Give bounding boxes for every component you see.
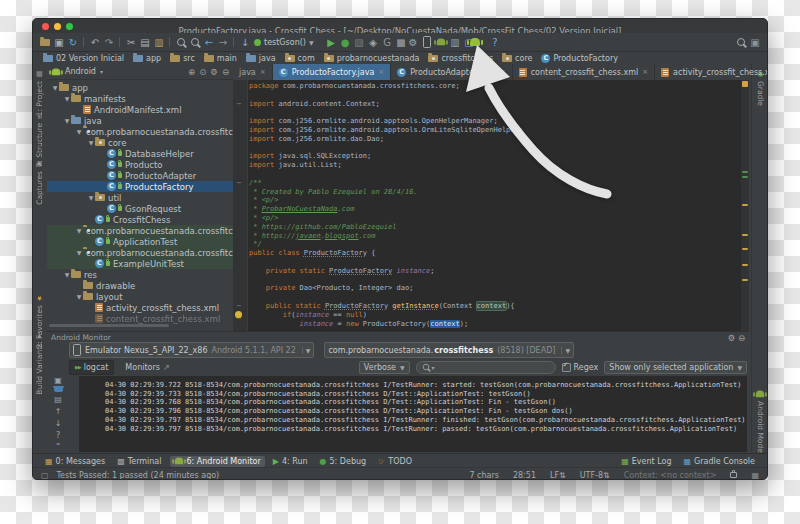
device-selector[interactable]: Emulator Nexus_5_API_22_x86 Android 5.1.…	[69, 342, 314, 358]
tree-item-core[interactable]: ▼core	[47, 137, 233, 148]
tree-item-producto[interactable]: CProducto	[47, 159, 233, 170]
intention-bulb-icon[interactable]	[235, 311, 242, 318]
hide-icon[interactable]: ⊖	[222, 67, 229, 77]
tab-content-crossfit-chess-xml[interactable]: content_crossfit_chess.xml×	[513, 64, 655, 80]
error-stripe-mark[interactable]	[742, 234, 748, 236]
chevron-expanded-icon[interactable]: ▼	[87, 194, 95, 201]
avatar-icon[interactable]: ▣	[749, 35, 761, 49]
editor-error-stripe[interactable]	[741, 80, 749, 331]
chevron-down-icon[interactable]: ▾	[100, 68, 103, 75]
breadcrumb-item-app[interactable]: app	[133, 54, 161, 63]
help-icon[interactable]: ?	[489, 35, 501, 49]
tree-item-productoadapter[interactable]: CProductoAdapter	[47, 170, 233, 181]
save-icon[interactable]: ▣	[53, 35, 65, 49]
redo-icon[interactable]: ↷	[103, 35, 115, 49]
breadcrumb-item-java[interactable]: java	[246, 54, 276, 63]
tool-button-0-messages[interactable]: ▦0: Messages	[41, 456, 109, 467]
regex-checkbox[interactable]: Regex	[562, 363, 599, 372]
run-configuration-select[interactable]: testGson()▼	[251, 35, 317, 49]
collapse-all-icon[interactable]: ⊕	[188, 67, 195, 77]
stop-icon[interactable]: ■	[395, 35, 407, 49]
tree-item-content-crossfit-chess-xml[interactable]: content_crossfit_chess.xml	[47, 313, 233, 324]
lock-icon[interactable]	[730, 472, 737, 478]
log-level-select[interactable]: Verbose ▼	[359, 361, 410, 374]
tab-productoadapter-java[interactable]: CProductoAdapter.java×	[391, 64, 512, 80]
back-icon[interactable]: ←	[203, 35, 215, 49]
error-stripe-mark[interactable]	[742, 176, 748, 178]
clear-logcat-icon[interactable]	[54, 388, 63, 392]
hide-panel-icon[interactable]: ⊖	[738, 333, 745, 342]
avd-manager-icon[interactable]	[421, 35, 433, 49]
help-icon[interactable]: ?	[56, 431, 60, 440]
tree-item-util[interactable]: ▼util	[47, 192, 233, 203]
breadcrumb-item-main[interactable]: main	[204, 54, 237, 63]
gradle-sync-icon[interactable]: ⚙	[407, 35, 419, 49]
chevron-down-icon[interactable]: ▼	[561, 347, 570, 354]
chevron-expanded-icon[interactable]: ▼	[75, 128, 83, 135]
quote-icon[interactable]: ”	[56, 443, 60, 452]
logcat-output[interactable]: 04-30 02:29:39.722 8518-8534/com.probarn…	[79, 376, 747, 452]
gear-icon[interactable]: ⚙	[728, 333, 736, 342]
zoom-window-icon[interactable]	[66, 23, 73, 30]
forward-icon[interactable]: →	[217, 35, 229, 49]
device-monitor-icon[interactable]: ▥	[449, 35, 461, 49]
error-stripe-mark[interactable]	[742, 279, 748, 281]
tree-item-layout[interactable]: ▼layout	[47, 291, 233, 302]
tool-button-terminal[interactable]: ▩Terminal	[113, 456, 165, 467]
error-stripe-mark[interactable]	[742, 171, 748, 173]
tree-item-crossfitchess[interactable]: CCrossfitChess	[47, 214, 233, 225]
sdk-manager-icon[interactable]	[435, 35, 447, 49]
tree-item-activity-crossfit-chess-xml[interactable]: activity_crossfit_chess.xml	[47, 302, 233, 313]
tree-item-applicationtest[interactable]: CApplicationTest	[47, 236, 233, 247]
locate-icon[interactable]: ⊙	[199, 67, 206, 77]
process-selector[interactable]: com.probarnocuestanada.crossfitchess (85…	[324, 342, 574, 358]
breadcrumb-item-probarnocuestanada[interactable]: probarnocuestanada	[324, 54, 420, 63]
scroll-to-end-icon[interactable]: ▤	[54, 395, 62, 404]
status-item-1[interactable]: 28:51	[513, 471, 536, 480]
coverage-icon[interactable]: ▨	[353, 35, 365, 49]
tab-java[interactable]: java×	[233, 64, 273, 80]
status-item-3[interactable]: UTF-8⇅	[580, 471, 610, 480]
background-tasks-icon[interactable]: ▢	[41, 471, 49, 480]
breadcrumb-item-com[interactable]: com	[285, 54, 315, 63]
breadcrumb-item-src[interactable]: src	[170, 54, 195, 63]
fold-marker-icon[interactable]: −	[236, 179, 242, 188]
title-bar[interactable]: ProductoFactory.java - Crossfit Chess - …	[33, 19, 767, 34]
tool-stripe-captures[interactable]: Captures◉	[35, 160, 44, 205]
compile-icon[interactable]: ↓	[239, 35, 251, 49]
replace-icon[interactable]	[189, 35, 201, 49]
tree-item-app[interactable]: ▼app	[47, 82, 233, 93]
tree-item-productofactory[interactable]: CProductoFactory	[47, 181, 233, 192]
tool-stripe-1-project[interactable]: 1: Project▦	[35, 70, 44, 116]
tool-button-todo[interactable]: ☞TODO	[374, 456, 416, 467]
chevron-expanded-icon[interactable]: ▼	[51, 84, 59, 91]
tool-button-4-run[interactable]: ▶4: Run	[269, 456, 312, 467]
tab-activity-crossfit-chess-xml[interactable]: activity_crossfit_chess.xml×	[655, 64, 768, 80]
debug-icon[interactable]: ●	[339, 35, 351, 49]
tool-button-event-log[interactable]: ▦Event Log	[617, 456, 675, 467]
run-icon[interactable]: ▶	[325, 35, 337, 49]
indent-settings-icon[interactable]: ▦	[751, 471, 759, 480]
logcat-search-input[interactable]: ▾	[416, 361, 556, 374]
horizontal-scrollbar[interactable]	[49, 324, 169, 327]
tool-button-gradle-console[interactable]: ▦Gradle Console	[680, 456, 759, 467]
tool-button-6-android-monitor[interactable]: 6: Android Monitor	[170, 456, 265, 467]
chevron-expanded-icon[interactable]: ▼	[63, 117, 71, 124]
tree-item-exampleunittest[interactable]: CExampleUnitTest	[47, 258, 233, 269]
tree-item-manifests[interactable]: ▼manifests	[47, 93, 233, 104]
close-window-icon[interactable]	[42, 23, 49, 30]
code-editor[interactable]: −−− package com.probarnocuestanada.cross…	[233, 80, 749, 331]
chevron-expanded-icon[interactable]: ▼	[75, 249, 83, 256]
project-view-mode[interactable]: Android	[65, 67, 96, 76]
tool-button-5-debug[interactable]: ●5: Debug	[316, 456, 371, 467]
search-everywhere-icon[interactable]	[735, 35, 747, 49]
sync-icon[interactable]: ↻	[67, 35, 79, 49]
fold-marker-icon[interactable]: −	[236, 100, 242, 109]
tree-item-androidmanifest-xml[interactable]: AndroidManifest.xml	[47, 104, 233, 115]
error-stripe-mark[interactable]	[742, 248, 748, 250]
screenshot-icon[interactable]: ▣	[54, 376, 62, 385]
gear-icon[interactable]: ⚙	[210, 67, 218, 77]
tool-stripe-android-model[interactable]: Android Model	[755, 390, 765, 454]
tree-item-databasehelper[interactable]: CDatabaseHelper	[47, 148, 233, 159]
paste-icon[interactable]: ▥	[153, 35, 165, 49]
